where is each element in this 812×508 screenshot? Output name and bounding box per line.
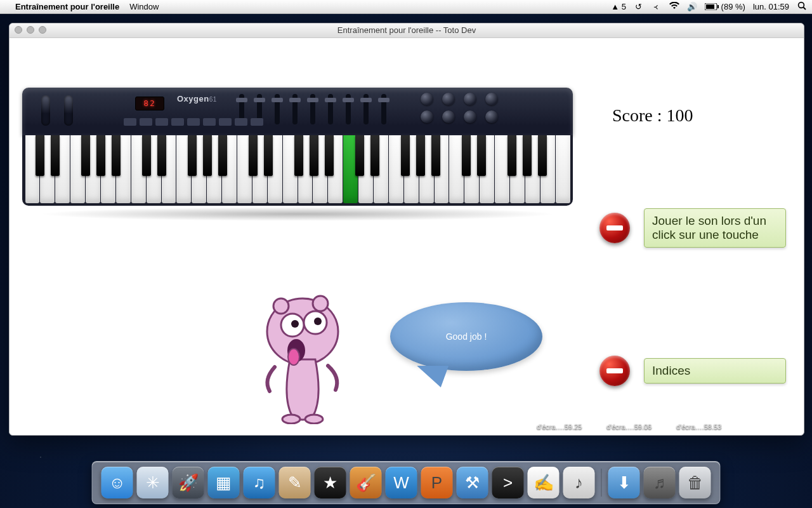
dock-textedit-icon[interactable]: ✍ bbox=[528, 467, 560, 498]
dock-powerpoint-icon[interactable]: P bbox=[421, 467, 453, 498]
dock-garageband-icon[interactable]: 🎸 bbox=[350, 467, 382, 498]
piano-black-key[interactable] bbox=[416, 135, 425, 176]
piano-black-key[interactable] bbox=[81, 135, 90, 176]
piano-black-key[interactable] bbox=[462, 135, 471, 176]
piano-black-key[interactable] bbox=[370, 135, 379, 176]
spotlight-icon[interactable] bbox=[797, 1, 807, 12]
piano-black-key[interactable] bbox=[112, 135, 121, 176]
option-play-sound-label[interactable]: Jouer le son lors d'un click sur une tou… bbox=[644, 208, 786, 248]
keyboard-brand: Oxygen61 bbox=[177, 94, 217, 104]
window-title: Entraînement pour l'oreille -- Toto Dev bbox=[10, 23, 804, 37]
piano-black-key[interactable] bbox=[142, 135, 151, 176]
dock-mission-control-icon[interactable]: ▦ bbox=[208, 467, 240, 498]
menubar-app-name[interactable]: Entraînement pour l'oreille bbox=[15, 2, 119, 11]
piano-black-key[interactable] bbox=[96, 135, 105, 176]
midi-keyboard: 82 Oxygen61 bbox=[22, 88, 573, 206]
piano-black-key[interactable] bbox=[218, 135, 227, 176]
dock-launchpad-icon[interactable]: 🚀 bbox=[173, 467, 204, 498]
piano-black-key[interactable] bbox=[401, 135, 410, 176]
dock-gimp-icon[interactable]: ✎ bbox=[279, 467, 311, 498]
dock: ☺✳🚀▦♫✎★🎸WP⚒>✍♪⬇♬🗑 bbox=[92, 461, 721, 504]
dock-music-stack-icon[interactable]: ♬ bbox=[644, 467, 676, 498]
dock-safari-icon[interactable]: ✳ bbox=[137, 467, 169, 498]
piano-black-key[interactable] bbox=[431, 135, 440, 176]
volume-icon[interactable]: 🔊 bbox=[687, 2, 697, 11]
menubar: Entraînement pour l'oreille Window ▲ 5 ↺… bbox=[0, 0, 812, 14]
remove-hints-button[interactable] bbox=[599, 356, 630, 386]
option-play-sound-row: Jouer le son lors d'un click sur une tou… bbox=[599, 208, 786, 248]
piano-white-key[interactable] bbox=[556, 135, 570, 203]
piano-black-key[interactable] bbox=[264, 135, 273, 176]
score-value: 100 bbox=[667, 105, 693, 125]
speech-bubble-text: Good job ! bbox=[446, 331, 487, 342]
dock-trash-icon[interactable]: 🗑 bbox=[679, 467, 711, 498]
pitch-wheel[interactable] bbox=[41, 95, 50, 126]
dock-itunes-icon[interactable]: ♫ bbox=[244, 467, 275, 498]
piano-black-key[interactable] bbox=[36, 135, 44, 176]
dock-imovie-icon[interactable]: ★ bbox=[315, 467, 346, 498]
window-titlebar[interactable]: Entraînement pour l'oreille -- Toto Dev bbox=[10, 23, 804, 38]
dock-finder-icon[interactable]: ☺ bbox=[102, 467, 133, 498]
battery-percent: (89 %) bbox=[721, 2, 745, 11]
battery-icon[interactable]: (89 %) bbox=[705, 2, 745, 11]
svg-point-14 bbox=[282, 415, 300, 424]
mascot-character bbox=[257, 291, 352, 427]
piano-black-key[interactable] bbox=[477, 135, 486, 176]
mod-wheel[interactable] bbox=[64, 95, 73, 126]
svg-rect-1 bbox=[706, 4, 714, 9]
dock-separator bbox=[601, 469, 602, 497]
desktop-file-label[interactable]: d'écra….59.06 bbox=[606, 423, 652, 431]
piano-black-key[interactable] bbox=[294, 135, 303, 176]
piano-black-key[interactable] bbox=[203, 135, 212, 176]
timemachine-icon[interactable]: ↺ bbox=[634, 2, 644, 11]
remove-option-button[interactable] bbox=[599, 213, 630, 243]
menubar-clock[interactable]: lun. 01:59 bbox=[753, 2, 789, 11]
score-display: Score : 100 bbox=[612, 105, 693, 126]
menubar-window-menu[interactable]: Window bbox=[129, 2, 159, 11]
keyboard-lcd: 82 bbox=[135, 97, 164, 110]
svg-point-6 bbox=[273, 298, 289, 314]
piano-black-key[interactable] bbox=[188, 135, 197, 176]
dock-word-icon[interactable]: W bbox=[386, 467, 417, 498]
score-label: Score : bbox=[612, 105, 662, 125]
speech-bubble: Good job ! bbox=[390, 302, 542, 371]
piano-black-key[interactable] bbox=[157, 135, 166, 176]
dock-app-icon[interactable]: ♪ bbox=[563, 467, 595, 498]
knob-bank[interactable] bbox=[421, 93, 498, 123]
piano-black-key[interactable] bbox=[310, 135, 318, 176]
piano-black-key[interactable] bbox=[51, 135, 60, 176]
svg-point-15 bbox=[305, 415, 323, 424]
piano-black-key[interactable] bbox=[249, 135, 258, 176]
app-window: Entraînement pour l'oreille -- Toto Dev … bbox=[9, 23, 804, 436]
dock-xcode-icon[interactable]: ⚒ bbox=[457, 467, 488, 498]
svg-point-13 bbox=[288, 349, 299, 365]
piano-keys[interactable] bbox=[22, 135, 573, 206]
option-hints-row: Indices bbox=[599, 356, 786, 386]
svg-line-4 bbox=[804, 8, 806, 10]
piano-black-key[interactable] bbox=[355, 135, 364, 176]
svg-rect-2 bbox=[717, 5, 719, 8]
svg-point-7 bbox=[313, 296, 328, 311]
wifi-icon[interactable] bbox=[669, 2, 679, 11]
bluetooth-icon[interactable]: ᚜ bbox=[652, 2, 662, 11]
piano-black-key[interactable] bbox=[508, 135, 516, 176]
piano-black-key[interactable] bbox=[325, 135, 334, 176]
desktop-file-label[interactable]: d'écra….58.53 bbox=[676, 423, 721, 431]
dock-terminal-icon[interactable]: > bbox=[492, 467, 524, 498]
svg-point-10 bbox=[291, 320, 299, 328]
svg-point-3 bbox=[799, 3, 804, 8]
adobe-menulet[interactable]: ▲ 5 bbox=[611, 2, 626, 11]
piano-black-key[interactable] bbox=[538, 135, 547, 176]
piano-black-key[interactable] bbox=[523, 135, 532, 176]
option-hints-label[interactable]: Indices bbox=[644, 358, 786, 384]
desktop-file-label[interactable]: d'écra….59.25 bbox=[537, 423, 582, 431]
dock-downloads-icon[interactable]: ⬇ bbox=[608, 467, 640, 498]
svg-point-11 bbox=[314, 318, 322, 325]
